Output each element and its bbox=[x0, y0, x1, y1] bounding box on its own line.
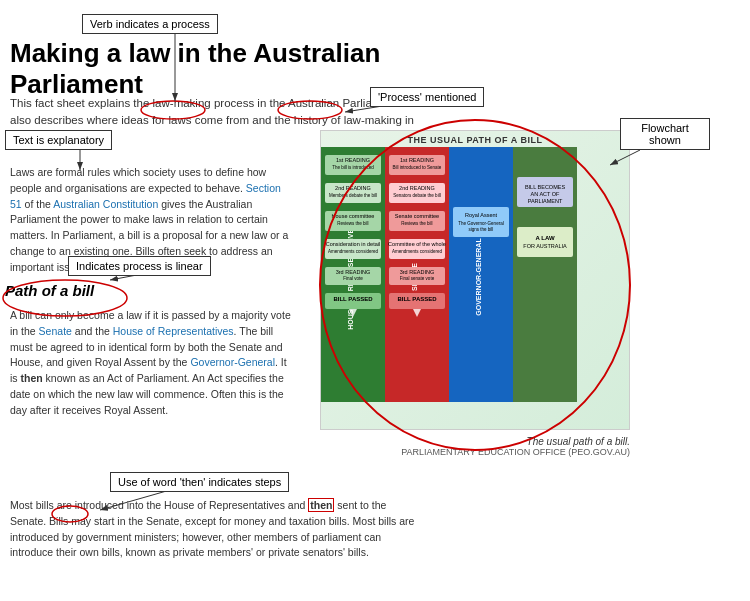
path-heading: Path of a bill bbox=[5, 282, 305, 299]
svg-text:The Governor-General: The Governor-General bbox=[458, 221, 503, 226]
svg-text:2nd READING: 2nd READING bbox=[335, 185, 371, 191]
svg-text:Reviews the bill: Reviews the bill bbox=[337, 221, 368, 226]
annotation-verb-indicates: Verb indicates a process bbox=[82, 14, 218, 34]
svg-text:Senate committee: Senate committee bbox=[395, 213, 439, 219]
annotation-use-of-then: Use of word 'then' indicates steps bbox=[110, 472, 289, 492]
svg-text:FOR AUSTRALIA: FOR AUSTRALIA bbox=[523, 243, 567, 249]
svg-text:Members debate the bill: Members debate the bill bbox=[329, 193, 377, 198]
svg-text:Consideration in detail: Consideration in detail bbox=[326, 241, 380, 247]
svg-text:Final senate vote: Final senate vote bbox=[400, 276, 435, 281]
annotation-indicates-linear: Indicates process is linear bbox=[68, 256, 211, 276]
svg-text:House committee: House committee bbox=[332, 213, 375, 219]
svg-text:1st READING: 1st READING bbox=[400, 157, 434, 163]
svg-text:Bill introduced to Senate: Bill introduced to Senate bbox=[393, 165, 442, 170]
svg-text:signs the bill: signs the bill bbox=[469, 227, 494, 232]
svg-text:Royal Assent: Royal Assent bbox=[465, 212, 498, 218]
svg-text:2nd READING: 2nd READING bbox=[399, 185, 435, 191]
svg-text:Reviews the bill: Reviews the bill bbox=[401, 221, 432, 226]
svg-text:3rd READING: 3rd READING bbox=[400, 269, 435, 275]
svg-text:BILL BECOMES: BILL BECOMES bbox=[525, 184, 565, 190]
flowchart-image: THE USUAL PATH OF A BILL HOUSE OF REPRES… bbox=[320, 130, 630, 430]
flowchart-inner: HOUSE OF REPRESENTATIVES SENATE GOVERNOR… bbox=[321, 147, 629, 407]
svg-text:Amendments considered: Amendments considered bbox=[328, 249, 378, 254]
annotation-process-mentioned: 'Process' mentioned bbox=[370, 87, 484, 107]
svg-text:BILL PASSED: BILL PASSED bbox=[333, 296, 373, 302]
svg-text:Committee of the whole: Committee of the whole bbox=[388, 241, 446, 247]
svg-text:Amendments considered: Amendments considered bbox=[392, 249, 442, 254]
svg-text:The bill is introduced: The bill is introduced bbox=[332, 165, 374, 170]
svg-text:BILL PASSED: BILL PASSED bbox=[397, 296, 437, 302]
body-text-2: A bill can only become a law if it is pa… bbox=[10, 308, 295, 418]
svg-text:AN ACT OF: AN ACT OF bbox=[531, 191, 561, 197]
body-text-3: Most bills are introduced into the House… bbox=[10, 498, 425, 561]
svg-text:1st READING: 1st READING bbox=[336, 157, 370, 163]
flowchart-caption: The usual path of a bill. PARLIAMENTARY … bbox=[320, 436, 630, 457]
flowchart-title: THE USUAL PATH OF A BILL bbox=[321, 131, 629, 147]
svg-rect-49 bbox=[517, 227, 573, 257]
svg-text:PARLIAMENT: PARLIAMENT bbox=[528, 198, 563, 204]
annotation-text-explanatory: Text is explanatory bbox=[5, 130, 112, 150]
svg-text:3rd READING: 3rd READING bbox=[336, 269, 371, 275]
annotation-flowchart-shown: Flowchart shown bbox=[620, 118, 710, 150]
svg-text:A LAW: A LAW bbox=[535, 235, 554, 241]
svg-text:Senators debate the bill: Senators debate the bill bbox=[393, 193, 440, 198]
svg-text:Final vote: Final vote bbox=[343, 276, 363, 281]
svg-text:GOVERNOR-GENERAL: GOVERNOR-GENERAL bbox=[475, 238, 482, 316]
page-title: Making a law in the Australian Parliamen… bbox=[10, 38, 410, 100]
